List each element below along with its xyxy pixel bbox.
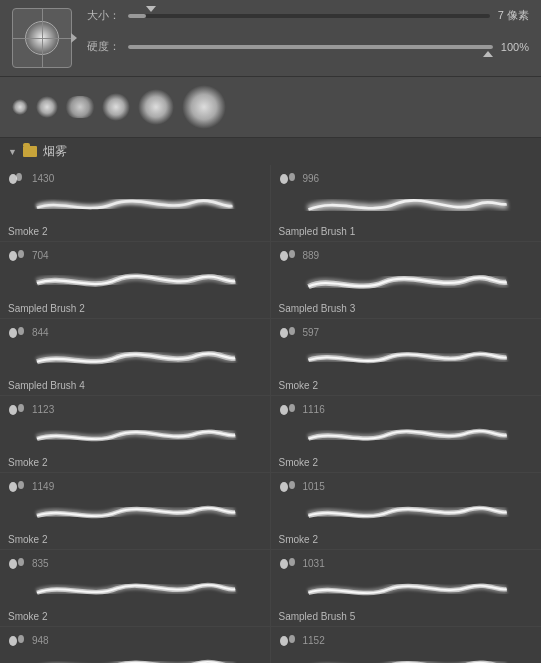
svg-point-11	[289, 327, 295, 335]
brush-item[interactable]: 996 Sampled Brush 1	[271, 165, 542, 242]
brush-tip-4[interactable]	[102, 93, 130, 121]
brush-tips-row	[0, 77, 541, 138]
brush-preview-stroke	[8, 265, 262, 301]
svg-point-0	[9, 174, 17, 184]
brush-number: 1116	[303, 404, 325, 415]
category-header[interactable]: ▼ 烟雾	[0, 138, 541, 165]
svg-point-14	[280, 405, 288, 415]
brush-number: 597	[303, 327, 320, 338]
brush-name: Smoke 2	[279, 457, 534, 468]
brush-name: Smoke 2	[8, 457, 262, 468]
brush-preview-stroke	[8, 342, 262, 378]
brush-small-icon	[279, 556, 299, 572]
svg-point-21	[18, 558, 24, 566]
brush-name: Smoke 2	[279, 534, 534, 545]
brush-name: Sampled Brush 3	[279, 303, 534, 314]
brush-item[interactable]: 844 Sampled Brush 4	[0, 319, 271, 396]
brush-small-icon	[8, 402, 28, 418]
svg-point-23	[289, 558, 295, 566]
brush-preview-stroke	[279, 573, 534, 609]
brush-tip-5[interactable]	[138, 89, 174, 125]
hardness-value: 100%	[501, 41, 529, 53]
size-value: 7 像素	[498, 8, 529, 23]
brush-small-icon	[8, 479, 28, 495]
brush-tip-1[interactable]	[12, 99, 28, 115]
brush-small-icon	[279, 402, 299, 418]
brush-preview-stroke	[279, 496, 534, 532]
brush-number: 1152	[303, 635, 325, 646]
brush-grid: 1430 Smoke 2 996	[0, 165, 541, 663]
svg-point-25	[18, 635, 24, 643]
brush-small-icon	[279, 479, 299, 495]
svg-point-19	[289, 481, 295, 489]
svg-point-10	[280, 328, 288, 338]
svg-point-4	[9, 251, 17, 261]
brush-preview-stroke	[279, 265, 534, 301]
svg-point-12	[9, 405, 17, 415]
svg-point-8	[9, 328, 17, 338]
brush-name: Smoke 2	[8, 611, 262, 622]
brush-settings-panel: 大小： 7 像素 硬度： 100%	[0, 0, 541, 77]
brush-preview-stroke	[279, 650, 534, 663]
brush-tip-3[interactable]	[66, 96, 94, 118]
brush-item[interactable]: 948 DSC00939.JPG	[0, 627, 271, 663]
brush-item[interactable]: 1116 Smoke 2	[271, 396, 542, 473]
brush-name: Smoke 2	[8, 226, 262, 237]
size-control-row: 大小： 7 像素	[84, 8, 529, 23]
brush-item[interactable]: 1152 DSC00945.JPG	[271, 627, 542, 663]
brush-item[interactable]: 835 Smoke 2	[0, 550, 271, 627]
brush-number: 948	[32, 635, 49, 646]
brush-number: 996	[303, 173, 320, 184]
brush-item[interactable]: 889 Sampled Brush 3	[271, 242, 542, 319]
svg-point-13	[18, 404, 24, 412]
svg-point-20	[9, 559, 17, 569]
brush-number: 1015	[303, 481, 325, 492]
svg-point-3	[289, 173, 295, 181]
brush-list-panel: ▼ 烟雾 1430 Smoke 2	[0, 138, 541, 663]
brush-number: 1031	[303, 558, 325, 569]
brush-small-icon	[8, 633, 28, 649]
brush-item[interactable]: 1015 Smoke 2	[271, 473, 542, 550]
brush-item[interactable]: 1031 Sampled Brush 5	[271, 550, 542, 627]
brush-number: 844	[32, 327, 49, 338]
brush-number: 1123	[32, 404, 54, 415]
brush-number: 1430	[32, 173, 54, 184]
svg-point-18	[280, 482, 288, 492]
brush-preview-stroke	[8, 650, 262, 663]
size-slider[interactable]	[128, 14, 490, 18]
brush-small-icon	[8, 248, 28, 264]
brush-number: 1149	[32, 481, 54, 492]
brush-item[interactable]: 1149 Smoke 2	[0, 473, 271, 550]
brush-preview	[12, 8, 72, 68]
svg-point-15	[289, 404, 295, 412]
folder-icon	[23, 146, 37, 157]
brush-tip-2[interactable]	[36, 96, 58, 118]
svg-point-1	[16, 173, 22, 181]
brush-small-icon	[279, 248, 299, 264]
svg-point-26	[280, 636, 288, 646]
brush-number: 835	[32, 558, 49, 569]
brush-name: Sampled Brush 4	[8, 380, 262, 391]
brush-item[interactable]: 1123 Smoke 2	[0, 396, 271, 473]
brush-item[interactable]: 704 Sampled Brush 2	[0, 242, 271, 319]
svg-point-22	[280, 559, 288, 569]
category-name: 烟雾	[43, 143, 67, 160]
svg-point-24	[9, 636, 17, 646]
brush-item[interactable]: 597 Smoke 2	[271, 319, 542, 396]
brush-small-icon	[279, 171, 299, 187]
brush-name: Smoke 2	[8, 534, 262, 545]
hardness-slider[interactable]	[128, 45, 493, 49]
brush-item[interactable]: 1430 Smoke 2	[0, 165, 271, 242]
brush-name: Sampled Brush 2	[8, 303, 262, 314]
brush-preview-stroke	[279, 342, 534, 378]
svg-point-7	[289, 250, 295, 258]
brush-name: Sampled Brush 5	[279, 611, 534, 622]
brush-small-icon	[279, 633, 299, 649]
brush-tip-6[interactable]	[182, 85, 226, 129]
brush-number: 889	[303, 250, 320, 261]
brush-name: Sampled Brush 1	[279, 226, 534, 237]
brush-small-icon	[8, 325, 28, 341]
brush-small-icon	[279, 325, 299, 341]
hardness-control-row: 硬度： 100%	[84, 39, 529, 54]
brush-preview-stroke	[8, 419, 262, 455]
